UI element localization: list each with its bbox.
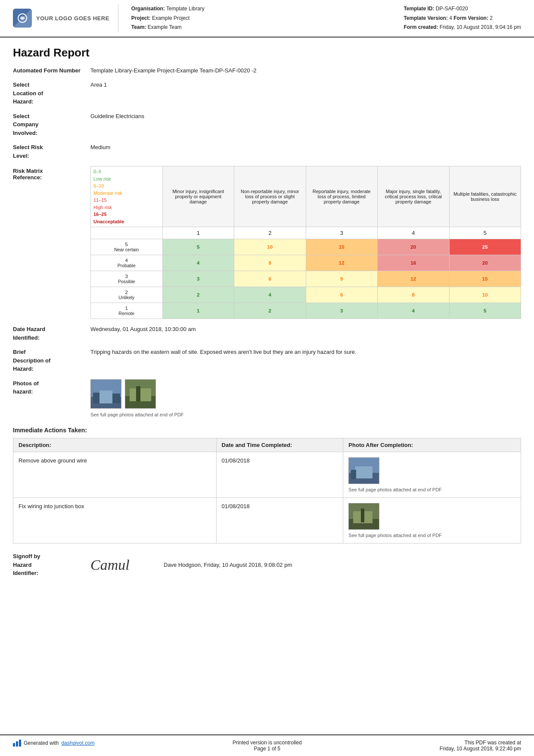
cell-1-1: 1 [162, 303, 234, 319]
date-hazard-value: Wednesday, 01 August 2018, 10:30:00 am [90, 325, 521, 342]
consequence-header-5: Multiple fatalities, catastrophic busine… [449, 166, 521, 227]
action-description-2: Fix wiring into junction box [13, 498, 217, 544]
form-created-label: Form created: [404, 24, 438, 30]
likelihood-2: 2Unlikely [91, 287, 163, 303]
logo-section: YOUR LOGO GOES HERE [13, 4, 118, 32]
cell-1-4: 4 [378, 303, 450, 319]
cell-2-4: 8 [378, 287, 450, 303]
header-meta: Organisation: Template Library Project: … [131, 4, 521, 32]
cell-4-3: 12 [306, 255, 378, 271]
logo-icon [13, 9, 32, 28]
footer: Generated with dashpivot.com Printed ver… [0, 734, 534, 756]
template-id-value: DP-SAF-0020 [436, 6, 468, 12]
brief-description-value: Tripping hazards on the eastern wall of … [90, 348, 521, 373]
logo-text: YOUR LOGO GOES HERE [36, 15, 109, 22]
select-risk-label: Select RiskLevel: [13, 143, 90, 160]
signoff-row: Signoff byHazardIdentifier: Camul Dave H… [13, 552, 521, 578]
content: Hazard Report Automated Form Number Temp… [0, 37, 534, 603]
svg-rect-12 [355, 466, 373, 478]
consequence-header-1: Minor injury, insignificant property or … [162, 166, 234, 227]
template-version-value: 4 [449, 15, 452, 21]
signoff-label: Signoff byHazardIdentifier: [13, 552, 90, 578]
likelihood-5: 5Near certain [91, 239, 163, 255]
header-meta-right: Template ID: DP-SAF-0020 Template Versio… [404, 4, 521, 32]
consequence-header-2: Non-reportable injury, minor loss of pro… [234, 166, 306, 227]
action-photo-2 [348, 503, 379, 530]
photos-value: See full page photos attached at end of … [90, 379, 521, 419]
org-label: Organisation: [131, 6, 165, 12]
action-photo-cell-1: See full page photos attached at end of … [343, 452, 521, 498]
cell-1-2: 2 [234, 303, 306, 319]
select-risk-row: Select RiskLevel: Medium [13, 143, 521, 160]
select-company-row: SelectCompanyInvolved: Guideline Electri… [13, 112, 521, 137]
likelihood-3: 3Possible [91, 271, 163, 287]
cell-5-2: 10 [234, 239, 306, 255]
action-photo-cell-2: See full page photos attached at end of … [343, 498, 521, 544]
template-version-label: Template Version: [404, 15, 447, 21]
actions-col-photo: Photo After Completion: [343, 438, 521, 452]
signoff-person: Dave Hodgson, Friday, 10 August 2018, 9:… [164, 562, 292, 568]
cell-3-1: 3 [162, 271, 234, 287]
cell-5-1: 5 [162, 239, 234, 255]
footer-uncontrolled: Printed version is uncontrolled [233, 740, 302, 746]
footer-page-info: Page 1 of 5 [233, 746, 302, 752]
date-hazard-row: Date HazardIdentified: Wednesday, 01 Aug… [13, 325, 521, 342]
cell-4-4: 16 [378, 255, 450, 271]
select-company-label: SelectCompanyInvolved: [13, 112, 90, 137]
action-description-1: Remove above ground wire [13, 452, 217, 498]
svg-rect-4 [93, 393, 99, 403]
project-value: Example Project [152, 15, 189, 21]
cell-4-1: 4 [162, 255, 234, 271]
header-meta-left: Organisation: Template Library Project: … [131, 4, 205, 32]
cell-3-4: 12 [378, 271, 450, 287]
consequence-num-4: 4 [378, 227, 450, 239]
dashpivot-icon [13, 740, 21, 747]
footer-right: This PDF was created atFriday, 10 August… [440, 740, 521, 752]
cell-1-5: 5 [449, 303, 521, 319]
svg-rect-3 [99, 390, 112, 403]
footer-dashpivot-link[interactable]: dashpivot.com [61, 740, 94, 746]
team-label: Team: [131, 24, 146, 30]
signature: Camul [90, 557, 146, 573]
brief-description-label: BriefDescription ofHazard: [13, 348, 90, 373]
immediate-actions-title: Immediate Actions Taken: [13, 427, 521, 434]
form-created-value: Friday, 10 August 2018, 9:04:16 pm [440, 24, 521, 30]
cell-3-5: 15 [449, 271, 521, 287]
action-photo-caption-2: See full page photos attached at end of … [348, 533, 515, 538]
hazard-photo-1 [90, 379, 121, 409]
cell-2-2: 4 [234, 287, 306, 303]
header: YOUR LOGO GOES HERE Organisation: Templa… [0, 0, 534, 37]
cell-2-1: 2 [162, 287, 234, 303]
org-value: Template Library [166, 6, 205, 12]
automated-form-number-label: Automated Form Number [13, 66, 90, 75]
select-company-value: Guideline Electricians [90, 112, 521, 137]
photos-caption: See full page photos attached at end of … [90, 411, 521, 419]
signoff-content: Camul Dave Hodgson, Friday, 10 August 20… [90, 552, 521, 578]
automated-form-number-value: Template Library-Example Project-Example… [90, 66, 521, 75]
photos-label: Photos ofhazard: [13, 379, 90, 419]
consequence-num-1: 1 [162, 227, 234, 239]
select-location-row: SelectLocation ofHazard: Area 1 [13, 81, 521, 106]
svg-rect-17 [361, 509, 364, 522]
project-label: Project: [131, 15, 151, 21]
page: YOUR LOGO GOES HERE Organisation: Templa… [0, 0, 534, 756]
consequence-num-2: 2 [234, 227, 306, 239]
hazard-photo-2 [125, 379, 156, 409]
select-risk-value: Medium [90, 143, 521, 160]
consequence-header-3: Reportable injury, moderate loss of proc… [306, 166, 378, 227]
action-date-2: 01/08/2018 [216, 498, 343, 544]
cell-5-3: 15 [306, 239, 378, 255]
cell-3-3: 9 [306, 271, 378, 287]
footer-center: Printed version is uncontrolled Page 1 o… [233, 740, 302, 752]
legend-moderate: 6–10Moderate risk [93, 182, 160, 197]
form-version-label: Form Version: [453, 15, 488, 21]
footer-left: Generated with dashpivot.com [13, 740, 95, 747]
cell-4-2: 8 [234, 255, 306, 271]
action-photo-1 [348, 457, 379, 484]
action-row-1: Remove above ground wire 01/08/2018 See … [13, 452, 521, 498]
svg-rect-13 [351, 470, 356, 479]
risk-matrix: 0–5Low risk 6–10Moderate risk 11–15High … [90, 166, 521, 319]
empty-corner [91, 227, 163, 239]
page-title: Hazard Report [13, 46, 521, 59]
photos-row: Photos ofhazard: [13, 379, 521, 419]
